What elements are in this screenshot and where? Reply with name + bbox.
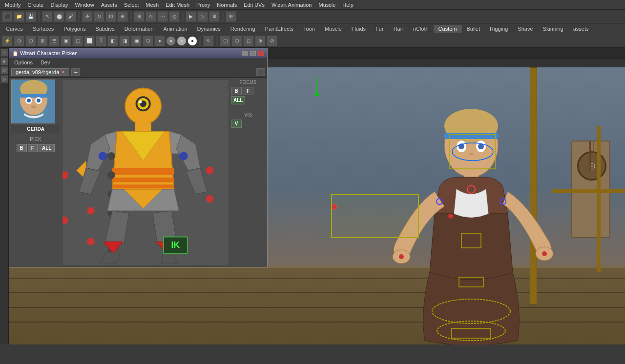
pick-b-btn[interactable]: B bbox=[17, 144, 27, 152]
tb-render-settings[interactable]: ⚙ bbox=[209, 11, 220, 22]
menu-edit-uvs[interactable]: Edit UVs bbox=[241, 1, 268, 9]
tab-toon[interactable]: Toon bbox=[298, 25, 320, 33]
sidebar-btn-2[interactable]: ⊕ bbox=[0, 58, 8, 65]
tb-move[interactable]: ✛ bbox=[82, 11, 93, 22]
tab-rigging[interactable]: Rigging bbox=[485, 25, 513, 33]
tb2-icon4[interactable]: ⊞ bbox=[37, 36, 48, 46]
tb-snap-point[interactable]: ⋯ bbox=[157, 11, 168, 22]
main-area: ? ⊕ ⬡ ▷ Shading Lighting Show Renderer P… bbox=[0, 48, 625, 344]
tab-rendering[interactable]: Rendering bbox=[226, 25, 260, 33]
tab-deformation[interactable]: Deformation bbox=[120, 25, 159, 33]
tb2-box2[interactable]: ⬡ bbox=[231, 36, 242, 46]
sidebar-btn-3[interactable]: ⬡ bbox=[0, 66, 8, 74]
tab-curves[interactable]: Curves bbox=[1, 25, 28, 33]
tb2-icon2[interactable]: ⊙ bbox=[14, 36, 24, 46]
tb-open[interactable]: 📁 bbox=[14, 11, 24, 22]
tb2-icon17[interactable]: ● bbox=[188, 36, 197, 46]
tb-universal[interactable]: ⊕ bbox=[117, 11, 128, 22]
tab-surfaces[interactable]: Surfaces bbox=[28, 25, 59, 33]
tb2-box1[interactable]: ▢ bbox=[220, 36, 230, 46]
picker-char-tab[interactable]: gerda_v094:gerda ✕ bbox=[11, 68, 69, 76]
menu-window[interactable]: Window bbox=[72, 1, 97, 9]
tab-polygons[interactable]: Polygons bbox=[59, 25, 90, 33]
tb-rotate[interactable]: ↻ bbox=[94, 11, 104, 22]
menu-proxy[interactable]: Proxy bbox=[193, 1, 213, 9]
tb-show-hide[interactable]: 👁 bbox=[226, 11, 236, 22]
tb-render[interactable]: ▶ bbox=[186, 11, 196, 22]
menu-edit-mesh[interactable]: Edit Mesh bbox=[163, 1, 192, 9]
picker-body-expand-btn[interactable]: + bbox=[256, 68, 265, 76]
sidebar-btn-4[interactable]: ▷ bbox=[0, 75, 8, 83]
tab-animation[interactable]: Animation bbox=[159, 25, 192, 33]
focus-vis-panel: FOCUS B F ALL VIS V bbox=[231, 80, 265, 266]
tb2-icon15[interactable]: ● bbox=[166, 36, 176, 46]
menu-normals[interactable]: Normals bbox=[214, 1, 240, 9]
picker-close-btn[interactable]: × bbox=[257, 50, 264, 56]
menu-select[interactable]: Select bbox=[121, 1, 142, 9]
tb2-icon3[interactable]: ⬡ bbox=[25, 36, 36, 46]
tab-subdivs[interactable]: Subdivs bbox=[91, 25, 120, 33]
menu-wizart-animation[interactable]: Wizart Animation bbox=[269, 1, 315, 9]
tb-paint[interactable]: 🖌 bbox=[65, 11, 76, 22]
tb-snap-grid[interactable]: ⊞ bbox=[134, 11, 145, 22]
picker-maximize-btn[interactable]: □ bbox=[250, 50, 256, 56]
tb-scale[interactable]: ⊡ bbox=[105, 11, 116, 22]
tb2-select-arrow[interactable]: ↖ bbox=[203, 36, 214, 46]
tb2-icon11[interactable]: ◨ bbox=[119, 36, 130, 46]
tb-save[interactable]: 💾 bbox=[25, 11, 36, 22]
menu-modify[interactable]: Modify bbox=[2, 1, 23, 9]
tb2-box3[interactable]: ◻ bbox=[243, 36, 254, 46]
svg-point-21 bbox=[542, 251, 547, 256]
tb2-icon5[interactable]: ☰ bbox=[49, 36, 60, 46]
focus-b-btn[interactable]: B bbox=[231, 87, 242, 95]
menu-display[interactable]: Display bbox=[47, 1, 71, 9]
tab-fur[interactable]: Fur bbox=[371, 25, 389, 33]
menu-mesh[interactable]: Mesh bbox=[143, 1, 162, 9]
picker-minimize-btn[interactable]: - bbox=[242, 50, 249, 56]
picker-tab-close[interactable]: ✕ bbox=[61, 69, 65, 75]
tb-ipr[interactable]: ▷ bbox=[197, 11, 208, 22]
tab-skinning[interactable]: Skinning bbox=[538, 25, 568, 33]
tb2-icon13[interactable]: ⬡ bbox=[143, 36, 153, 46]
picker-titlebar[interactable]: 📋 Wizart Character Picker - □ × bbox=[9, 48, 267, 58]
tab-ncloth[interactable]: nCloth bbox=[408, 25, 434, 33]
tb2-icon18[interactable]: ⊕ bbox=[255, 36, 266, 46]
tb2-icon8[interactable]: ⬜ bbox=[84, 36, 95, 46]
menu-help[interactable]: Help bbox=[339, 1, 356, 9]
tb2-icon6[interactable]: ▣ bbox=[61, 36, 71, 46]
menu-muscle[interactable]: Muscle bbox=[315, 1, 338, 9]
tab-bullet[interactable]: Bullet bbox=[462, 25, 485, 33]
picker-menu-dev[interactable]: Dev bbox=[38, 59, 53, 66]
tb2-icon10[interactable]: ◧ bbox=[107, 36, 118, 46]
tab-dynamics[interactable]: Dynamics bbox=[192, 25, 226, 33]
menu-assets[interactable]: Assets bbox=[98, 1, 120, 9]
tb-snap-view[interactable]: ◎ bbox=[169, 11, 180, 22]
sidebar-btn-1[interactable]: ? bbox=[0, 49, 8, 57]
focus-f-btn[interactable]: F bbox=[243, 87, 253, 95]
tab-hair[interactable]: Hair bbox=[389, 25, 408, 33]
tb-select[interactable]: ↖ bbox=[42, 11, 53, 22]
tb2-icon16[interactable]: ● bbox=[177, 36, 187, 46]
vis-v-btn[interactable]: V bbox=[231, 120, 242, 128]
tab-custom[interactable]: Custom bbox=[434, 25, 462, 33]
tab-muscle[interactable]: Muscle bbox=[320, 25, 347, 33]
tab-assets[interactable]: assets bbox=[568, 25, 594, 33]
tb-lasso[interactable]: ⬤ bbox=[54, 11, 64, 22]
pick-f-btn[interactable]: F bbox=[28, 144, 38, 152]
tab-shave[interactable]: Shave bbox=[513, 25, 538, 33]
tb2-icon7[interactable]: ▢ bbox=[72, 36, 83, 46]
picker-add-tab-btn[interactable]: + bbox=[71, 68, 80, 76]
tb-new[interactable]: ⬛ bbox=[2, 11, 13, 22]
tb-snap-curve[interactable]: ∿ bbox=[146, 11, 156, 22]
tb2-icon19[interactable]: ⊘ bbox=[267, 36, 277, 46]
pick-all-btn[interactable]: ALL bbox=[39, 144, 55, 152]
tb2-icon9[interactable]: T bbox=[96, 36, 106, 46]
tb2-icon14[interactable]: ● bbox=[154, 36, 165, 46]
menu-create[interactable]: Create bbox=[24, 1, 46, 9]
tb2-icon12[interactable]: ▣ bbox=[131, 36, 142, 46]
picker-menu-options[interactable]: Options bbox=[11, 59, 36, 66]
tab-fluids[interactable]: Fluids bbox=[347, 25, 371, 33]
tb2-icon1[interactable]: ⚡ bbox=[2, 36, 13, 46]
focus-all-btn[interactable]: ALL bbox=[231, 96, 245, 104]
tab-painteffects[interactable]: PaintEffects bbox=[260, 25, 299, 33]
